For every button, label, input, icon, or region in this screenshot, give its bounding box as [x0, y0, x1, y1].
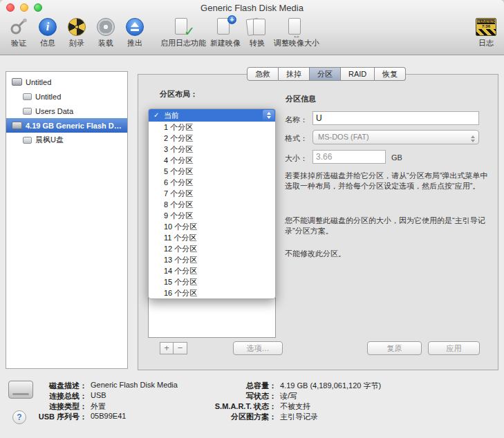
menu-item-1-partition[interactable]: 1 个分区 — [149, 122, 275, 133]
sidebar-item-generic-flash-disk[interactable]: 4.19 GB Generic Flash D… — [6, 118, 127, 133]
menu-item-10-partitions[interactable]: 10 个分区 — [149, 221, 275, 232]
sidebar-item-label: 4.19 GB Generic Flash D… — [26, 122, 122, 130]
toolbar-enable-journaling-button[interactable]: ✓ 启用日志功能 — [160, 16, 206, 48]
partition-layout-label: 分区布局： — [160, 89, 198, 99]
tab-partition[interactable]: 分区 — [310, 67, 341, 81]
menu-item-4-partitions[interactable]: 4 个分区 — [149, 155, 275, 166]
info-icon: i — [35, 16, 60, 38]
toolbar-eject-label: 推出 — [127, 38, 142, 48]
total-capacity-label: 总容量： — [199, 381, 277, 391]
toolbar-new-image-button[interactable]: + 新建映像 — [210, 16, 241, 48]
menu-item-current[interactable]: ✓ 当前 — [149, 109, 275, 122]
eject-icon — [122, 16, 147, 38]
log-warning-icon: WARNING 7:36 — [474, 16, 498, 38]
menu-item-13-partitions[interactable]: 13 个分区 — [149, 254, 275, 265]
enable-journaling-icon: ✓ — [171, 16, 196, 38]
disk-utility-window: Generic Flash Disk Media 验证 i 信息 — [0, 0, 504, 438]
toolbar-eject-button[interactable]: 推出 — [122, 16, 147, 48]
revert-button[interactable]: 复原 — [367, 341, 422, 355]
window-title: Generic Flash Disk Media — [0, 3, 504, 13]
menu-item-2-partitions[interactable]: 2 个分区 — [149, 133, 275, 144]
disk-description-value: Generic Flash Disk Media — [91, 381, 178, 389]
convert-icon — [245, 16, 270, 38]
toolbar-verify-label: 验证 — [11, 38, 26, 48]
popup-stepper-icon — [263, 110, 274, 121]
usb-serial-value: 05B99E41 — [91, 412, 126, 420]
tab-erase[interactable]: 抹掉 — [279, 67, 310, 81]
menu-item-5-partitions[interactable]: 5 个分区 — [149, 166, 275, 177]
sidebar-item-label: Users Data — [35, 107, 73, 115]
connection-type-value: 外置 — [91, 401, 106, 412]
tab-first-aid[interactable]: 急救 — [247, 67, 279, 81]
menu-item-11-partitions[interactable]: 11 个分区 — [149, 232, 275, 243]
popup-arrows-icon — [471, 133, 475, 144]
burn-icon — [64, 16, 89, 38]
toolbar-convert-button[interactable]: 转换 — [245, 16, 270, 48]
name-input[interactable] — [312, 111, 479, 125]
size-label: 大小： — [273, 153, 308, 164]
toolbar-mount-button[interactable]: 装载 — [93, 16, 118, 48]
partition-scheme-label: 分区图方案： — [199, 412, 277, 422]
new-image-icon: + — [213, 16, 238, 38]
sidebar-item-users-data[interactable]: Users Data — [6, 104, 127, 118]
disk-icon — [12, 122, 22, 129]
partition-add-remove: + − — [160, 342, 187, 354]
toolbar-log-label: 日志 — [478, 38, 494, 48]
write-status-label: 写状态： — [199, 391, 277, 401]
menu-item-7-partitions[interactable]: 7 个分区 — [149, 188, 275, 199]
help-button[interactable]: ? — [12, 410, 26, 424]
sidebar-item-chenfeng-usb[interactable]: 晨枫U盘 — [6, 133, 127, 147]
size-unit-label: GB — [391, 153, 402, 162]
menu-item-8-partitions[interactable]: 8 个分区 — [149, 199, 275, 210]
disk-icon — [12, 78, 22, 86]
sidebar-item-label: 晨枫U盘 — [35, 135, 64, 145]
volume-icon — [23, 108, 32, 115]
toolbar-resize-image-button[interactable]: ↔ 调整映像大小 — [274, 16, 319, 48]
toolbar-journaling-label: 启用日志功能 — [160, 38, 206, 48]
connection-bus-value: USB — [91, 391, 106, 399]
disk-description-label: 磁盘描述： — [10, 381, 87, 391]
name-label: 名称： — [273, 115, 308, 125]
sidebar-item-label: Untitled — [35, 93, 61, 101]
format-popup[interactable]: MS-DOS (FAT) — [312, 130, 479, 144]
menu-item-9-partitions[interactable]: 9 个分区 — [149, 210, 275, 221]
menu-item-12-partitions[interactable]: 12 个分区 — [149, 243, 275, 254]
remove-partition-button[interactable]: − — [174, 342, 187, 354]
menu-item-6-partitions[interactable]: 6 个分区 — [149, 177, 275, 188]
menu-item-label: 当前 — [164, 111, 179, 120]
sidebar-item-untitled-volume[interactable]: Untitled — [6, 89, 127, 104]
options-button[interactable]: 选项… — [233, 341, 283, 355]
mode-tabs: 急救 抹掉 分区 RAID 恢复 — [247, 67, 406, 81]
toolbar-mount-label: 装载 — [98, 38, 113, 48]
toolbar-info-button[interactable]: i 信息 — [35, 16, 60, 48]
format-value: MS-DOS (FAT) — [318, 133, 369, 141]
toolbar-log-button[interactable]: WARNING 7:36 日志 — [474, 16, 498, 48]
toolbar-info-label: 信息 — [40, 38, 55, 48]
window-header: Generic Flash Disk Media 验证 i 信息 — [0, 0, 504, 55]
connection-bus-label: 连接总线： — [10, 391, 87, 401]
resize-image-icon: ↔ — [284, 16, 309, 38]
size-input[interactable] — [312, 150, 386, 164]
apply-button[interactable]: 应用 — [428, 341, 480, 355]
info-glyph: i — [39, 18, 57, 36]
add-partition-button[interactable]: + — [160, 342, 174, 354]
toolbar-verify-button[interactable]: 验证 — [6, 16, 31, 48]
volume-icon — [23, 93, 32, 100]
device-sidebar: Untitled Untitled Users Data 4.19 GB Gen… — [6, 71, 128, 369]
total-capacity-value: 4.19 GB (4,189,061,120 字节) — [280, 381, 381, 391]
checkmark-icon: ✓ — [153, 109, 159, 122]
partition-help-text-2: 您不能调整此磁盘的分区的大小，因为它使用的是“主引导记录”分区方案。 — [285, 216, 491, 236]
menu-item-3-partitions[interactable]: 3 个分区 — [149, 144, 275, 155]
sidebar-item-untitled-disk[interactable]: Untitled — [6, 75, 127, 89]
sidebar-item-label: Untitled — [26, 78, 51, 86]
smart-status-value: 不被支持 — [280, 401, 310, 412]
tab-raid[interactable]: RAID — [341, 67, 375, 81]
partition-help-text-3: 不能修改此分区。 — [285, 249, 491, 259]
menu-item-14-partitions[interactable]: 14 个分区 — [149, 265, 275, 276]
toolbar-convert-label: 转换 — [250, 38, 265, 48]
tab-restore[interactable]: 恢复 — [375, 67, 406, 81]
toolbar-burn-label: 刻录 — [69, 38, 84, 48]
menu-item-15-partitions[interactable]: 15 个分区 — [149, 276, 275, 287]
menu-item-16-partitions[interactable]: 16 个分区 — [149, 287, 275, 298]
toolbar-burn-button[interactable]: 刻录 — [64, 16, 89, 48]
